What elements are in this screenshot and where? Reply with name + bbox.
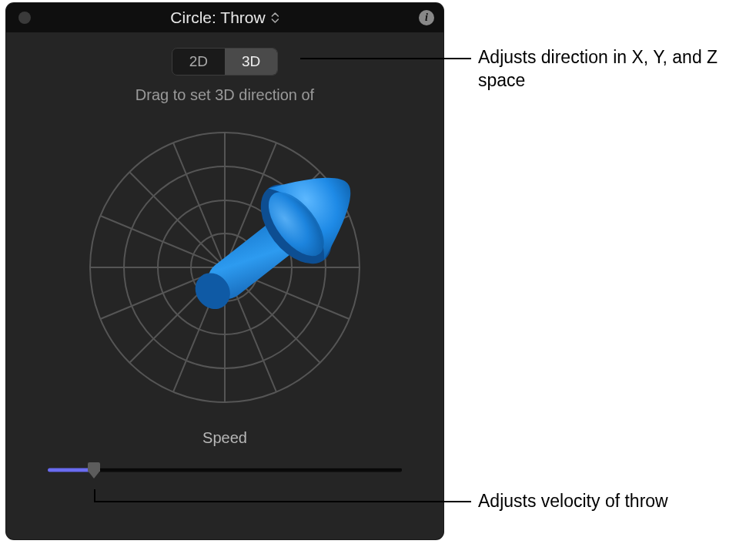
panel-title: Circle: Throw [170,8,265,27]
titlebar: Circle: Throw i [6,3,443,32]
dial-grid-icon [86,129,363,406]
segment-3d[interactable]: 3D [225,49,277,75]
speed-label: Speed [202,429,247,447]
instruction-text: Drag to set 3D direction of [135,86,314,104]
panel-content: 2D 3D Drag to set 3D direction of [6,32,443,479]
speed-slider[interactable] [48,461,402,479]
dimension-toggle: 2D 3D [172,48,279,76]
throw-panel: Circle: Throw i 2D 3D Drag to set 3D dir… [6,3,443,539]
callout-line [94,501,471,502]
callout-velocity: Adjusts velocity of throw [478,490,668,513]
segment-2d[interactable]: 2D [172,49,225,75]
chevron-updown-icon [272,12,279,23]
traffic-light-dot[interactable] [18,12,31,24]
direction-dial[interactable] [86,129,363,406]
callout-line [300,58,471,59]
callout-line [94,489,95,502]
callout-direction: Adjusts direction in X, Y, and Z space [478,46,724,92]
info-icon[interactable]: i [419,10,434,25]
slider-track [48,468,402,472]
title-dropdown[interactable]: Circle: Throw [170,8,279,27]
